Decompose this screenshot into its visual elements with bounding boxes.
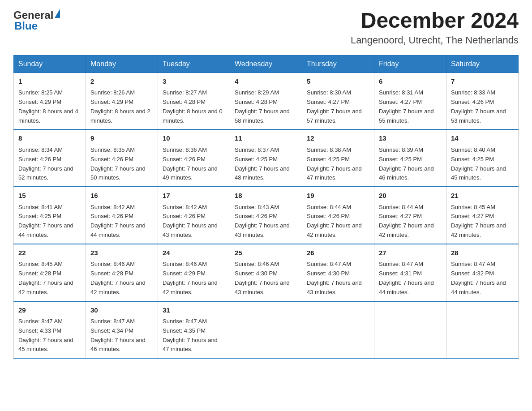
day-info: Sunrise: 8:39 AMSunset: 4:25 PMDaylight:… [379, 146, 434, 181]
day-cell: 20 Sunrise: 8:44 AMSunset: 4:27 PMDaylig… [374, 187, 446, 244]
day-info: Sunrise: 8:46 AMSunset: 4:29 PMDaylight:… [163, 261, 218, 295]
col-header-monday: Monday [86, 55, 158, 73]
day-info: Sunrise: 8:34 AMSunset: 4:26 PMDaylight:… [18, 146, 73, 181]
day-cell: 14 Sunrise: 8:40 AMSunset: 4:25 PMDaylig… [446, 129, 519, 187]
day-number: 26 [307, 248, 369, 258]
logo-triangle-icon [55, 9, 60, 18]
day-number: 25 [235, 248, 297, 258]
day-cell: 1 Sunrise: 8:25 AMSunset: 4:29 PMDayligh… [14, 73, 86, 129]
day-info: Sunrise: 8:40 AMSunset: 4:25 PMDaylight:… [451, 146, 506, 181]
day-cell [230, 301, 302, 359]
day-number: 1 [18, 77, 81, 87]
day-cell: 22 Sunrise: 8:45 AMSunset: 4:28 PMDaylig… [14, 244, 86, 301]
day-info: Sunrise: 8:29 AMSunset: 4:28 PMDaylight:… [235, 89, 290, 124]
day-info: Sunrise: 8:45 AMSunset: 4:27 PMDaylight:… [451, 204, 506, 238]
day-number: 21 [451, 191, 514, 201]
day-cell: 13 Sunrise: 8:39 AMSunset: 4:25 PMDaylig… [374, 129, 446, 187]
day-cell: 26 Sunrise: 8:47 AMSunset: 4:30 PMDaylig… [302, 244, 374, 301]
day-info: Sunrise: 8:25 AMSunset: 4:29 PMDaylight:… [18, 89, 78, 124]
week-row-2: 8 Sunrise: 8:34 AMSunset: 4:26 PMDayligh… [14, 129, 519, 187]
day-number: 12 [307, 133, 369, 144]
col-header-thursday: Thursday [302, 55, 374, 73]
day-info: Sunrise: 8:47 AMSunset: 4:35 PMDaylight:… [163, 318, 218, 352]
day-cell: 16 Sunrise: 8:42 AMSunset: 4:26 PMDaylig… [86, 187, 158, 244]
day-number: 8 [18, 133, 81, 144]
day-cell: 19 Sunrise: 8:44 AMSunset: 4:26 PMDaylig… [302, 187, 374, 244]
day-number: 13 [379, 133, 442, 144]
day-number: 20 [379, 191, 442, 201]
day-info: Sunrise: 8:47 AMSunset: 4:33 PMDaylight:… [18, 318, 73, 352]
day-info: Sunrise: 8:38 AMSunset: 4:25 PMDaylight:… [307, 146, 362, 181]
col-header-friday: Friday [374, 55, 446, 73]
day-number: 6 [379, 77, 442, 87]
day-number: 16 [90, 191, 153, 201]
day-info: Sunrise: 8:33 AMSunset: 4:26 PMDaylight:… [451, 89, 506, 124]
day-info: Sunrise: 8:43 AMSunset: 4:26 PMDaylight:… [235, 204, 290, 238]
day-number: 3 [163, 77, 225, 87]
day-cell: 6 Sunrise: 8:31 AMSunset: 4:27 PMDayligh… [374, 73, 446, 129]
title-area: December 2024 Langenoord, Utrecht, The N… [351, 9, 519, 46]
day-number: 14 [451, 133, 514, 144]
week-row-3: 15 Sunrise: 8:41 AMSunset: 4:25 PMDaylig… [14, 187, 519, 244]
day-number: 11 [235, 133, 297, 144]
day-number: 9 [90, 133, 153, 144]
day-cell: 28 Sunrise: 8:47 AMSunset: 4:32 PMDaylig… [446, 244, 519, 301]
day-number: 31 [163, 305, 225, 316]
calendar-table: SundayMondayTuesdayWednesdayThursdayFrid… [13, 55, 519, 359]
month-title: December 2024 [351, 9, 519, 33]
day-number: 2 [90, 77, 153, 87]
day-number: 10 [163, 133, 225, 144]
day-number: 4 [235, 77, 297, 87]
header: General Blue December 2024 Langenoord, U… [13, 9, 519, 46]
day-info: Sunrise: 8:37 AMSunset: 4:25 PMDaylight:… [235, 146, 290, 181]
day-cell: 9 Sunrise: 8:35 AMSunset: 4:26 PMDayligh… [86, 129, 158, 187]
location-subtitle: Langenoord, Utrecht, The Netherlands [351, 34, 519, 46]
week-row-4: 22 Sunrise: 8:45 AMSunset: 4:28 PMDaylig… [14, 244, 519, 301]
day-info: Sunrise: 8:47 AMSunset: 4:34 PMDaylight:… [90, 318, 146, 352]
week-row-1: 1 Sunrise: 8:25 AMSunset: 4:29 PMDayligh… [14, 73, 519, 129]
day-cell: 8 Sunrise: 8:34 AMSunset: 4:26 PMDayligh… [14, 129, 86, 187]
col-header-wednesday: Wednesday [230, 55, 302, 73]
day-cell: 27 Sunrise: 8:47 AMSunset: 4:31 PMDaylig… [374, 244, 446, 301]
day-cell: 25 Sunrise: 8:46 AMSunset: 4:30 PMDaylig… [230, 244, 302, 301]
day-cell: 18 Sunrise: 8:43 AMSunset: 4:26 PMDaylig… [230, 187, 302, 244]
day-cell: 7 Sunrise: 8:33 AMSunset: 4:26 PMDayligh… [446, 73, 519, 129]
day-cell: 5 Sunrise: 8:30 AMSunset: 4:27 PMDayligh… [302, 73, 374, 129]
day-cell [374, 301, 446, 359]
day-number: 24 [163, 248, 225, 258]
col-header-sunday: Sunday [14, 55, 86, 73]
day-number: 27 [379, 248, 442, 258]
day-info: Sunrise: 8:46 AMSunset: 4:28 PMDaylight:… [90, 261, 146, 295]
day-info: Sunrise: 8:35 AMSunset: 4:26 PMDaylight:… [90, 146, 146, 181]
day-info: Sunrise: 8:47 AMSunset: 4:30 PMDaylight:… [307, 261, 362, 295]
day-info: Sunrise: 8:27 AMSunset: 4:28 PMDaylight:… [163, 89, 223, 124]
day-cell: 12 Sunrise: 8:38 AMSunset: 4:25 PMDaylig… [302, 129, 374, 187]
day-number: 7 [451, 77, 514, 87]
day-info: Sunrise: 8:41 AMSunset: 4:25 PMDaylight:… [18, 204, 73, 238]
day-cell: 30 Sunrise: 8:47 AMSunset: 4:34 PMDaylig… [86, 301, 158, 359]
day-number: 19 [307, 191, 369, 201]
day-info: Sunrise: 8:47 AMSunset: 4:31 PMDaylight:… [379, 261, 434, 295]
day-info: Sunrise: 8:47 AMSunset: 4:32 PMDaylight:… [451, 261, 506, 295]
day-number: 18 [235, 191, 297, 201]
col-header-tuesday: Tuesday [158, 55, 230, 73]
day-number: 30 [90, 305, 153, 316]
logo: General Blue [13, 9, 60, 32]
day-cell: 21 Sunrise: 8:45 AMSunset: 4:27 PMDaylig… [446, 187, 519, 244]
day-info: Sunrise: 8:42 AMSunset: 4:26 PMDaylight:… [163, 204, 218, 238]
day-cell: 10 Sunrise: 8:36 AMSunset: 4:26 PMDaylig… [158, 129, 230, 187]
day-info: Sunrise: 8:44 AMSunset: 4:26 PMDaylight:… [307, 204, 362, 238]
day-cell [302, 301, 374, 359]
day-cell [446, 301, 519, 359]
day-cell: 31 Sunrise: 8:47 AMSunset: 4:35 PMDaylig… [158, 301, 230, 359]
day-number: 17 [163, 191, 225, 201]
day-number: 15 [18, 191, 81, 201]
day-info: Sunrise: 8:30 AMSunset: 4:27 PMDaylight:… [307, 89, 362, 124]
day-cell: 17 Sunrise: 8:42 AMSunset: 4:26 PMDaylig… [158, 187, 230, 244]
day-cell: 4 Sunrise: 8:29 AMSunset: 4:28 PMDayligh… [230, 73, 302, 129]
calendar-header-row: SundayMondayTuesdayWednesdayThursdayFrid… [14, 55, 519, 73]
day-number: 5 [307, 77, 369, 87]
col-header-saturday: Saturday [446, 55, 519, 73]
day-cell: 23 Sunrise: 8:46 AMSunset: 4:28 PMDaylig… [86, 244, 158, 301]
week-row-5: 29 Sunrise: 8:47 AMSunset: 4:33 PMDaylig… [14, 301, 519, 359]
